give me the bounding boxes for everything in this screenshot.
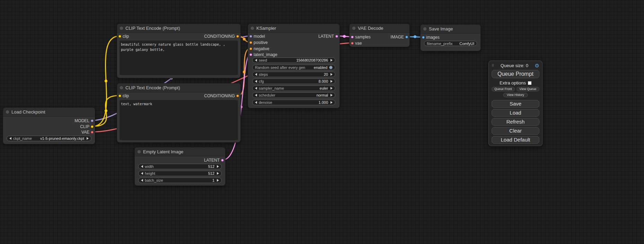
output-dot-vae[interactable] — [91, 131, 94, 134]
decrement-icon[interactable] — [255, 94, 257, 97]
node-titlebar[interactable]: KSampler — [248, 24, 339, 33]
output-slot-image[interactable]: IMAGE — [350, 34, 409, 40]
output-slot-model[interactable]: MODEL — [3, 118, 95, 124]
increment-icon[interactable] — [330, 73, 333, 76]
clear-button[interactable]: Clear — [492, 127, 539, 135]
output-slot-conditioning[interactable]: CONDITIONING — [117, 34, 240, 39]
cfg-widget[interactable]: cfg 8.000 — [252, 79, 335, 84]
denoise-widget[interactable]: denoise 1.000 — [252, 100, 335, 105]
width-widget[interactable]: width 512 — [138, 164, 222, 169]
output-dot-model[interactable] — [91, 119, 94, 122]
filename-prefix-widget[interactable]: filename_prefix ComfyUI — [424, 41, 477, 46]
sampler-name-widget[interactable]: sampler_name euler — [252, 85, 335, 91]
increment-icon[interactable] — [217, 172, 219, 175]
collapse-icon[interactable] — [352, 27, 355, 30]
collapse-icon[interactable] — [120, 86, 123, 89]
input-slot-vae[interactable]: vae — [350, 40, 409, 46]
node-title: VAE Decode — [358, 26, 383, 31]
queue-front-button[interactable]: Queue Front — [492, 87, 515, 91]
view-history-button[interactable]: View History — [503, 93, 528, 97]
refresh-button[interactable]: Refresh — [492, 118, 539, 126]
input-slot-latent-image[interactable]: latent_image — [248, 52, 339, 57]
ckpt-name-widget[interactable]: ckpt_name v1-5-pruned-emaonly.ckpt — [7, 136, 91, 141]
decrement-icon[interactable] — [141, 179, 143, 182]
collapse-icon[interactable] — [251, 27, 254, 30]
output-slot-conditioning[interactable]: CONDITIONING — [117, 93, 240, 99]
input-dot-negative[interactable] — [249, 47, 252, 50]
input-slot-images[interactable]: images — [421, 35, 480, 40]
node-clip-text-encode-negative[interactable]: CLIP Text Encode (Prompt) clip CONDITION… — [117, 83, 241, 143]
node-empty-latent-image[interactable]: Empty Latent Image LATENT width 512 heig… — [134, 147, 226, 186]
decrement-icon[interactable] — [255, 80, 257, 83]
queue-prompt-button[interactable]: Queue Prompt — [492, 70, 539, 78]
decrement-icon[interactable] — [255, 73, 257, 76]
steps-widget[interactable]: steps 20 — [252, 72, 335, 77]
node-graph-canvas[interactable]: Load Checkpoint MODEL CLIP VAE ckpt_name… — [0, 0, 644, 244]
widget-label: batch_size — [145, 178, 163, 182]
decrement-icon[interactable] — [141, 172, 143, 175]
prompt-textarea[interactable]: text, watermark — [120, 100, 238, 140]
node-vae-decode[interactable]: VAE Decode samples IMAGE vae — [349, 24, 410, 47]
increment-icon[interactable] — [87, 137, 89, 140]
input-dot-positive[interactable] — [249, 41, 252, 44]
increment-icon[interactable] — [330, 101, 333, 104]
output-dot-conditioning[interactable] — [236, 35, 239, 38]
batch-size-widget[interactable]: batch_size 1 — [138, 178, 222, 183]
drag-handle-icon[interactable]: ⠿ — [492, 64, 494, 67]
decrement-icon[interactable] — [255, 87, 257, 90]
increment-icon[interactable] — [330, 94, 333, 97]
random-seed-toggle[interactable]: Random seed after every gen enabled — [252, 65, 335, 70]
increment-icon[interactable] — [217, 179, 219, 182]
seed-widget[interactable]: seed 156680208700286 — [252, 57, 335, 63]
input-dot-images[interactable] — [422, 36, 425, 39]
height-widget[interactable]: height 512 — [138, 171, 222, 176]
output-slot-latent[interactable]: LATENT — [135, 157, 225, 163]
node-clip-text-encode-positive[interactable]: CLIP Text Encode (Prompt) clip CONDITION… — [117, 24, 241, 78]
output-dot-image[interactable] — [405, 36, 408, 38]
output-dot-conditioning[interactable] — [236, 94, 239, 97]
input-dot-latent-image[interactable] — [249, 53, 252, 56]
output-slot-latent[interactable]: LATENT — [248, 34, 339, 39]
collapse-icon[interactable] — [120, 27, 123, 30]
output-dot-clip[interactable] — [91, 125, 94, 128]
decrement-icon[interactable] — [255, 59, 257, 62]
node-titlebar[interactable]: VAE Decode — [350, 24, 409, 33]
prompt-textarea[interactable]: beautiful scenery nature glass bottle la… — [120, 40, 238, 75]
node-ksampler[interactable]: KSampler model LATENT positive negative … — [248, 24, 340, 108]
increment-icon[interactable] — [330, 87, 333, 90]
extra-options-checkbox[interactable] — [528, 81, 531, 85]
load-default-button[interactable]: Load Default — [492, 136, 539, 144]
collapse-icon[interactable] — [6, 110, 9, 114]
decrement-icon[interactable] — [255, 101, 257, 104]
link-midpoint-dot — [414, 35, 416, 38]
node-titlebar[interactable]: Empty Latent Image — [135, 147, 225, 156]
decrement-icon[interactable] — [141, 165, 143, 168]
output-dot-latent[interactable] — [335, 35, 338, 38]
node-titlebar[interactable]: Save Image — [421, 25, 480, 34]
settings-gear-icon[interactable]: ⚙ — [535, 63, 539, 68]
input-dot-vae[interactable] — [351, 42, 354, 45]
toggle-knob-icon[interactable] — [329, 66, 333, 69]
node-titlebar[interactable]: CLIP Text Encode (Prompt) — [117, 24, 240, 33]
output-slot-vae[interactable]: VAE — [3, 129, 95, 135]
output-dot-latent[interactable] — [221, 159, 224, 162]
node-titlebar[interactable]: CLIP Text Encode (Prompt) — [117, 83, 240, 92]
load-button[interactable]: Load — [492, 109, 539, 117]
collapse-icon[interactable] — [423, 27, 426, 30]
node-load-checkpoint[interactable]: Load Checkpoint MODEL CLIP VAE ckpt_name… — [3, 107, 95, 144]
view-queue-button[interactable]: View Queue — [517, 87, 540, 91]
increment-icon[interactable] — [330, 80, 333, 83]
node-save-image[interactable]: Save Image images filename_prefix ComfyU… — [420, 24, 481, 51]
save-button[interactable]: Save — [492, 100, 539, 108]
collapse-icon[interactable] — [138, 150, 141, 153]
widget-value: normal — [316, 93, 328, 97]
scheduler-widget[interactable]: scheduler normal — [252, 92, 335, 98]
increment-icon[interactable] — [330, 59, 333, 62]
input-slot-negative[interactable]: negative — [248, 46, 339, 52]
node-titlebar[interactable]: Load Checkpoint — [3, 108, 95, 117]
increment-icon[interactable] — [217, 165, 219, 168]
output-slot-clip[interactable]: CLIP — [3, 124, 95, 129]
input-slot-positive[interactable]: positive — [248, 40, 339, 45]
widget-label: denoise — [259, 100, 272, 105]
decrement-icon[interactable] — [9, 137, 11, 140]
